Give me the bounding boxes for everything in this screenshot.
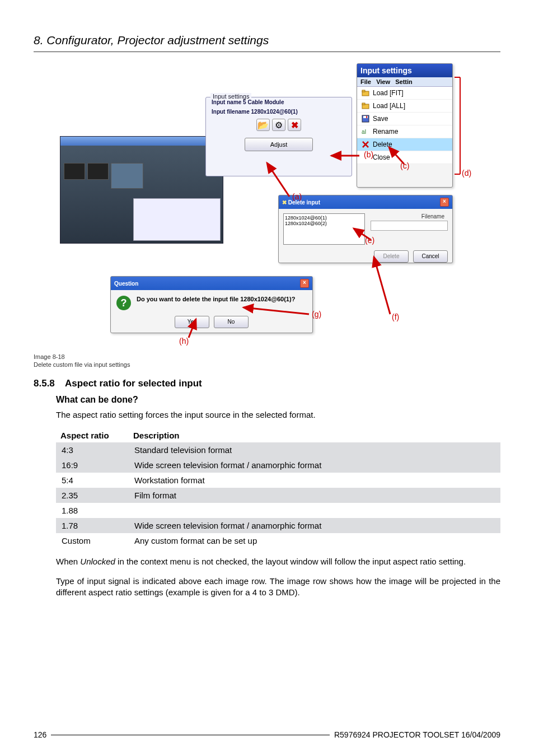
aspect-ratio-table: Aspect ratio Description 4:3Standard tel…: [56, 428, 500, 548]
menu-item-label: Load [FIT]: [373, 89, 404, 97]
aspect-ratio-cell: 1.78: [56, 518, 129, 533]
table-header: Description: [129, 428, 500, 442]
annotation-h: (h): [179, 337, 189, 346]
menu-strip: File View Settin: [357, 77, 452, 87]
dialog-close-button[interactable]: ×: [300, 279, 309, 288]
panel-close-button[interactable]: ×: [440, 198, 449, 207]
description-cell: Standard television format: [129, 442, 500, 458]
table-row: 1.88: [56, 503, 500, 518]
aspect-ratio-cell: 1.88: [56, 503, 129, 518]
load-icon-button[interactable]: 📂: [256, 119, 270, 131]
svg-text:aI: aI: [362, 129, 366, 135]
load-all-icon: [362, 102, 369, 110]
divider: [34, 52, 500, 52]
table-row: 16:9Wide screen television format / anam…: [56, 458, 500, 473]
body-paragraph-1: When Unlocked in the context menu is not…: [56, 556, 500, 567]
table-row: 4:3Standard television format: [56, 442, 500, 458]
bgapp-toolbar: [60, 146, 223, 152]
menu-item-load-fit[interactable]: Load [FIT]: [357, 87, 452, 100]
description-cell: [129, 503, 500, 518]
image-caption: Delete custom file via input settings: [34, 361, 500, 368]
menu-item-delete[interactable]: Delete: [357, 138, 452, 151]
delete-icon-button[interactable]: ✖: [288, 119, 301, 131]
list-item[interactable]: 1280x1024@60(1): [285, 215, 363, 221]
description-cell: Wide screen television format / anamorph…: [129, 458, 500, 473]
bgapp-thumbs: [60, 152, 223, 200]
question-dialog: Question × ? Do you want to delete the i…: [110, 276, 313, 333]
menu-item-label: Delete: [373, 141, 392, 148]
table-row: CustomAny custom format can be set up: [56, 533, 500, 548]
annotation-g: (g): [312, 310, 321, 319]
annotation-e: (e): [365, 236, 374, 245]
delete-icon: [362, 141, 369, 148]
annotation-f: (f): [392, 312, 399, 321]
menu-item-label: Close: [373, 153, 390, 161]
svg-rect-1: [362, 90, 365, 92]
filename-listbox[interactable]: 1280x1024@60(1) 1280x1024@60(2): [283, 213, 365, 245]
description-cell: Workstation format: [129, 473, 500, 488]
menu-settin[interactable]: Settin: [395, 78, 413, 85]
subsection-heading: 8.5.8 Aspect ratio for selected input: [34, 378, 500, 389]
filename-field[interactable]: [371, 221, 448, 231]
aspect-ratio-cell: 2.35: [56, 488, 129, 503]
aspect-ratio-cell: 16:9: [56, 458, 129, 473]
bgapp-thumb: [87, 163, 109, 180]
figure-8-18: Input settings Input name 5 Cable Module…: [60, 63, 474, 349]
body-paragraph-2: Type of input signal is indicated above …: [56, 576, 500, 599]
annotation-d: (d): [462, 169, 471, 178]
aspect-ratio-cell: 5:4: [56, 473, 129, 488]
description-cell: Wide screen television format / anamorph…: [129, 518, 500, 533]
save-icon: [362, 115, 369, 123]
gear-small-icon: ⚙: [275, 120, 283, 130]
menu-item-load-all[interactable]: Load [ALL]: [357, 100, 452, 113]
menu-title: Input settings: [357, 64, 452, 77]
intro-paragraph: The aspect ratio setting forces the inpu…: [56, 409, 500, 421]
bgapp-titlebar: [60, 137, 223, 146]
table-row: 2.35Film format: [56, 488, 500, 503]
adjust-button[interactable]: Adjust: [245, 138, 313, 151]
question-icon: ?: [116, 296, 131, 310]
group-legend: Input settings: [210, 93, 251, 100]
input-filename-row: Input filename 1280x1024@60(1): [206, 107, 352, 116]
description-cell: Film format: [129, 488, 500, 503]
bgapp-thumb: [64, 163, 85, 180]
aspect-ratio-cell: 4:3: [56, 442, 129, 458]
no-button[interactable]: No: [214, 316, 249, 328]
aspect-ratio-cell: Custom: [56, 533, 129, 548]
annotation-c: (c): [400, 161, 409, 170]
load-fit-icon: [362, 89, 369, 97]
doc-id: R5976924 PROJECTOR TOOLSET 16/04/2009: [334, 730, 500, 739]
annotation-b: (b): [364, 150, 373, 159]
bgapp-subpanel: [133, 198, 221, 241]
folder-icon: 📂: [257, 120, 269, 130]
list-item[interactable]: 1280x1024@60(2): [285, 221, 363, 226]
filename-label: Filename: [371, 213, 448, 220]
delete-input-panel: ✖ Delete input × 1280x1024@60(1) 1280x10…: [278, 195, 453, 263]
bgapp-thumb-large: [111, 163, 143, 189]
background-app: [60, 136, 223, 244]
delete-button[interactable]: Delete: [374, 250, 409, 263]
svg-rect-3: [362, 103, 365, 105]
table-row: 1.78Wide screen television format / anam…: [56, 518, 500, 533]
description-cell: Any custom format can be set up: [129, 533, 500, 548]
settings-icon-button[interactable]: ⚙: [272, 119, 285, 131]
svg-rect-6: [366, 116, 367, 118]
section-header: 8. Configurator, Projector adjustment se…: [34, 34, 500, 47]
menu-item-save[interactable]: Save: [357, 113, 452, 125]
menu-item-label: Load [ALL]: [373, 102, 405, 110]
annotation-a: (a): [292, 192, 302, 201]
question-title: Question: [114, 281, 138, 287]
menu-file[interactable]: File: [360, 78, 371, 85]
table-header: Aspect ratio: [56, 428, 129, 442]
menu-item-rename[interactable]: aI Rename: [357, 125, 452, 138]
menu-item-label: Save: [373, 115, 388, 123]
what-heading: What can be done?: [56, 395, 500, 405]
input-settings-group: Input settings Input name 5 Cable Module…: [205, 97, 352, 176]
icon-button-row: 📂 ⚙ ✖: [206, 116, 352, 133]
menu-view[interactable]: View: [376, 78, 390, 85]
yes-button[interactable]: Yes: [175, 316, 209, 328]
image-number: Image 8-18: [34, 353, 500, 360]
table-row: 5:4Workstation format: [56, 473, 500, 488]
cancel-button[interactable]: Cancel: [413, 250, 448, 263]
question-titlebar: Question ×: [111, 277, 312, 290]
